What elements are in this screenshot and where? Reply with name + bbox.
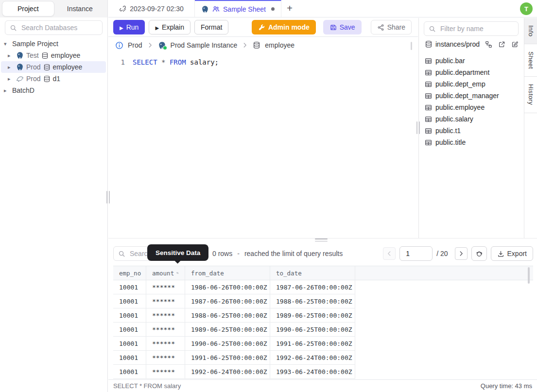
wrench-icon (258, 24, 265, 31)
column-header[interactable]: from_date (185, 266, 270, 280)
postgres-icon (16, 63, 24, 71)
side-tab-info[interactable]: Info (524, 18, 537, 44)
breadcrumb-database[interactable]: employee (265, 41, 294, 49)
edit-connection-button[interactable] (511, 41, 519, 48)
explain-button[interactable]: Explain (149, 20, 191, 34)
table-cell: 10001 (113, 308, 146, 323)
table-list-item[interactable]: public.dept_emp (425, 78, 521, 90)
table-cell-masked: ****** (146, 351, 185, 365)
chevron-right-icon (147, 42, 154, 49)
sensitive-data-tooltip: Sensitive Data (147, 244, 208, 261)
database-search-field[interactable] (20, 23, 98, 32)
table-row[interactable]: 10001 ****** 1990-06-25T00:00:00Z 1991-0… (113, 337, 533, 351)
table-row[interactable]: 10001 ****** 1989-06-25T00:00:00Z 1990-0… (113, 323, 533, 337)
mysql-icon (16, 75, 24, 83)
sql-editor[interactable]: 1 SELECT * FROM salary; (108, 53, 418, 238)
avatar[interactable]: T (520, 2, 533, 15)
chevron-right-icon (242, 42, 248, 49)
database-tree: Sample Project Test employee Prod employ… (0, 38, 107, 96)
table-cell-masked: ****** (146, 294, 185, 308)
tree-expand-icon (4, 88, 10, 93)
table-cell: 1987-06-26T00:00:00Z (270, 280, 355, 294)
run-button[interactable]: Run (113, 20, 145, 34)
table-list: public.bar public.department public.dept… (425, 55, 521, 148)
table-row[interactable]: 10001 ****** 1991-06-25T00:00:00Z 1992-0… (113, 351, 533, 365)
tree-item-prod-employee[interactable]: Prod employee (1, 61, 106, 73)
table-cell: 1991-06-25T00:00:00Z (270, 337, 355, 351)
tree-expand-icon (8, 65, 14, 70)
breadcrumb-env[interactable]: Prod (128, 41, 142, 49)
page-input[interactable] (399, 246, 433, 261)
admin-mode-button[interactable]: Admin mode (252, 20, 316, 34)
results-scrollbar[interactable] (528, 267, 530, 284)
limit-note: reached the limit of query results (244, 250, 343, 257)
database-icon (43, 64, 51, 71)
prev-page-button[interactable] (383, 247, 396, 260)
results-panel: 0 rows - reached the limit of query resu… (108, 241, 537, 392)
table-list-item[interactable]: public.bar (425, 55, 521, 67)
tree-item-test-employee[interactable]: Test employee (0, 50, 107, 61)
filter-input[interactable] (424, 21, 519, 36)
export-button[interactable]: Export (491, 246, 533, 261)
column-header[interactable]: amount (146, 266, 185, 280)
table-list-item[interactable]: public.dept_manager (425, 90, 521, 102)
next-page-button[interactable] (455, 247, 468, 260)
column-header[interactable]: to_date (270, 266, 355, 280)
export-label: Export (507, 250, 527, 257)
tree-item-prod-d1[interactable]: Prod d1 (0, 73, 107, 85)
table-row[interactable]: 10001 ****** 1988-06-25T00:00:00Z 1989-0… (113, 308, 533, 323)
table-cell: 1990-06-25T00:00:00Z (270, 323, 355, 337)
table-list-item[interactable]: public.t1 (425, 125, 521, 136)
tree-item-sample-project[interactable]: Sample Project (0, 38, 107, 50)
table-list-item[interactable]: public.department (425, 67, 521, 78)
tab-project-label: Project (17, 5, 39, 13)
table-cell: 10001 (113, 337, 146, 351)
table-cell: 10001 (113, 323, 146, 337)
info-icon[interactable] (115, 41, 123, 50)
tab-adhoc-query[interactable]: 2023-09-27 02:30 (108, 0, 195, 17)
table-icon (425, 116, 432, 123)
table-cell: 1987-06-26T00:00:00Z (185, 294, 270, 308)
rows-info: 0 rows - reached the limit of query resu… (212, 250, 343, 257)
editor-scrollbar[interactable] (411, 42, 412, 50)
table-cell: 1992-06-24T00:00:00Z (185, 365, 270, 379)
tab-sample-sheet[interactable]: Sample Sheet (195, 0, 281, 17)
database-search-input[interactable] (5, 20, 103, 35)
table-list-item[interactable]: public.title (425, 136, 521, 148)
filter-field[interactable] (439, 24, 514, 33)
panel-resize-handle[interactable] (416, 121, 420, 134)
table-icon (425, 81, 432, 88)
schema-diagram-button[interactable] (485, 41, 492, 48)
breadcrumb-instance[interactable]: Prod Sample Instance (171, 41, 238, 49)
tab-project[interactable]: Project (2, 1, 54, 17)
team-icon (212, 5, 220, 13)
column-header[interactable]: emp_no (113, 266, 146, 280)
side-tab-label: Info (527, 25, 535, 36)
table-cell: 10001 (113, 294, 146, 308)
add-tab-button[interactable] (281, 0, 298, 17)
table-name: public.dept_emp (435, 80, 485, 88)
chevron-left-icon (386, 250, 393, 257)
environment-label: Prod (26, 75, 41, 83)
format-button[interactable]: Format (194, 20, 228, 34)
download-icon (497, 250, 504, 257)
share-button[interactable]: Share (371, 20, 412, 34)
side-tab-history[interactable]: History (524, 77, 537, 113)
chevron-right-icon (458, 250, 465, 257)
table-list-item[interactable]: public.employee (425, 102, 521, 113)
sql-operator: * (161, 58, 165, 66)
table-row[interactable]: 10001 ****** 1987-06-26T00:00:00Z 1988-0… (113, 294, 533, 308)
unlink-icon (119, 5, 126, 12)
external-link-button[interactable] (498, 41, 505, 48)
table-row[interactable]: 10001 ****** 1992-06-24T00:00:00Z 1993-0… (113, 365, 533, 379)
table-cell-masked: ****** (146, 308, 185, 323)
tree-item-batchd[interactable]: BatchD (0, 85, 107, 96)
rows-count: 0 rows (212, 250, 232, 257)
query-time: Query time: 43 ms (481, 382, 532, 390)
table-row[interactable]: 10001 ****** 1986-06-26T00:00:00Z 1987-0… (113, 280, 533, 294)
side-tab-sheet[interactable]: Sheet (524, 44, 537, 77)
save-button[interactable]: Save (323, 20, 362, 34)
table-list-item[interactable]: public.salary (425, 113, 521, 125)
tab-instance[interactable]: Instance (54, 1, 106, 16)
masking-button[interactable] (471, 246, 487, 261)
